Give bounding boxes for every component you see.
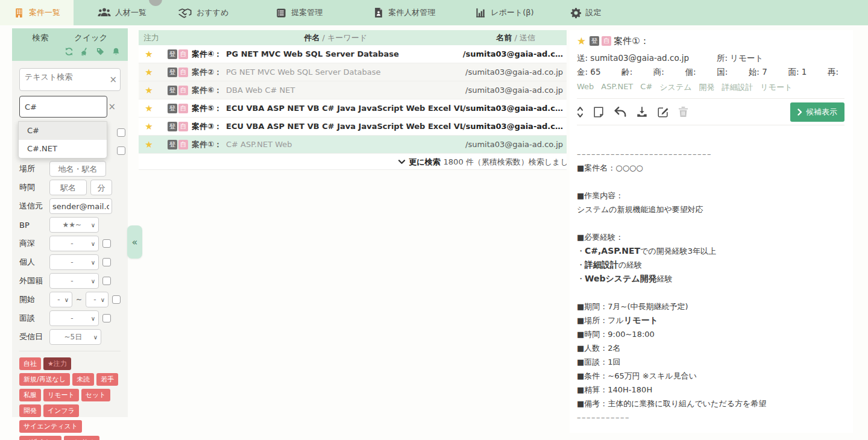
column-subject: 件名 / キーワード — [175, 33, 496, 43]
reply-icon[interactable] — [614, 106, 627, 118]
interview-checkbox[interactable] — [102, 314, 111, 322]
case-label: 案件①： — [192, 139, 222, 150]
detail-meta-row1: 送: sumita03@gaia-ad.co.jp 所: リモート — [577, 53, 844, 64]
skill-search-input[interactable] — [19, 96, 107, 118]
filter-tag[interactable]: ★注力 — [43, 357, 71, 370]
foreign-checkbox[interactable] — [102, 277, 111, 285]
table-row[interactable]: ★登自案件⑥：DBA Web C# NET/sumita03@gaia-ad.c… — [139, 81, 567, 99]
filter-tag[interactable]: インフラ — [43, 404, 79, 417]
table-row[interactable]: ★登自案件②：PG NET MVC Web SQL Server Databas… — [139, 63, 567, 81]
start-to-select[interactable]: - ∨ — [86, 292, 108, 307]
tag-icon[interactable] — [96, 47, 105, 56]
table-row[interactable]: ★登自案件⑤：ECU VBA ASP NET VB C# Java JavaSc… — [139, 99, 567, 118]
tab-report[interactable]: レポート(β) — [462, 0, 547, 25]
detail-toolbar: 候補表示 — [577, 99, 844, 125]
stepper-icon[interactable] — [577, 105, 583, 119]
edit-icon[interactable] — [657, 106, 669, 118]
star-icon[interactable]: ★ — [139, 139, 159, 150]
star-icon[interactable]: ★ — [139, 121, 159, 132]
subject-text: ECU VBA ASP NET VB C# Java JavaScript We… — [226, 122, 463, 131]
filter-tag[interactable]: セット — [81, 389, 110, 401]
flow-checkbox[interactable] — [102, 239, 111, 248]
dropdown-option[interactable]: C# — [19, 122, 107, 140]
hidden-filter-checkbox[interactable] — [117, 146, 125, 155]
place-input[interactable] — [49, 161, 106, 177]
personal-checkbox[interactable] — [102, 258, 111, 266]
show-candidates-button[interactable]: 候補表示 — [790, 102, 844, 122]
filter-tag[interactable]: 私服 — [19, 389, 41, 401]
filter-tag[interactable]: 若手 — [96, 373, 118, 386]
sidebar-tab-search[interactable]: 検索 — [32, 33, 48, 43]
filter-tag[interactable]: コンサル — [64, 436, 99, 440]
start-checkbox[interactable] — [112, 295, 121, 304]
received-select[interactable]: ~5日 ∨ — [49, 329, 101, 345]
load-more-label: 更に検索 — [409, 157, 440, 168]
minutes-input[interactable] — [90, 180, 112, 195]
close-icon[interactable]: × — [109, 74, 117, 85]
detail-title: 案件①： — [614, 36, 649, 47]
row-badges: 登自 — [168, 122, 188, 131]
tab-label: レポート(β) — [491, 7, 533, 18]
own-badge: 自 — [602, 36, 611, 46]
filter-tag[interactable]: デザイナー — [19, 436, 61, 440]
tab-anken-list[interactable]: 案件一覧 — [0, 0, 74, 25]
tab-teian-kanri[interactable]: 提案管理 — [262, 0, 336, 25]
note-icon[interactable] — [593, 106, 605, 118]
text-segment: ■時間：9:00~18:00 — [577, 330, 655, 339]
refresh-icon[interactable] — [64, 47, 74, 56]
sidebar-collapse-button[interactable]: « — [127, 225, 142, 259]
filter-label: BP — [19, 221, 46, 230]
bp-select[interactable]: ★★~ ∨ — [49, 217, 99, 233]
table-row[interactable]: ★登自案件①：C# ASP.NET Web/sumita03@gaia-ad.c… — [139, 136, 567, 154]
chevron-down-icon: ∨ — [101, 297, 105, 303]
text-search-input[interactable] — [19, 68, 121, 91]
column-subject-sub: / キーワード — [319, 33, 367, 42]
filter-tag[interactable]: 開発 — [19, 404, 41, 417]
bell-icon[interactable] — [112, 47, 121, 56]
close-icon[interactable]: × — [108, 101, 116, 112]
star-icon[interactable]: ★ — [139, 49, 159, 60]
download-icon[interactable] — [636, 106, 648, 118]
filter-tag[interactable]: サイエンティスト — [19, 420, 82, 433]
sidebar-tab-quick[interactable]: クイック — [74, 33, 107, 43]
text-segment: ■備考：主体的に業務に取り組んでいただる方を希望 — [577, 399, 766, 408]
keyword-tag: 開発 — [699, 82, 715, 93]
subject-text: PG NET MVC Web SQL Server Database — [226, 49, 463, 58]
table-row[interactable]: ★登自案件④：PG NET MVC Web SQL Server Databas… — [139, 45, 567, 63]
broom-icon[interactable] — [80, 47, 89, 56]
table-row[interactable]: ★登自案件③：ECU VBA ASP NET VB C# Java JavaSc… — [139, 118, 567, 136]
tab-anken-jinzai-kanri[interactable]: 案件人材管理 — [360, 0, 448, 25]
filter-tag[interactable]: 自社 — [19, 357, 41, 370]
star-icon[interactable]: ★ — [577, 35, 586, 47]
tilde-separator: ~ — [76, 295, 82, 304]
personal-select[interactable]: - ∨ — [49, 254, 99, 270]
load-more-button[interactable]: 更に検索 1800 件（累積検索数）検索しました — [398, 154, 567, 170]
filter-label: 開始 — [19, 294, 46, 305]
star-icon[interactable]: ★ — [139, 103, 159, 114]
filter-tag[interactable]: 新規/再送なし — [19, 373, 70, 386]
top-nav: 案件一覧人材一覧おすすめ提案管理案件人材管理レポート(β)設定 — [0, 0, 868, 25]
interview-select[interactable]: - ∨ — [49, 310, 99, 326]
detail-line: ■精算：140H-180H — [577, 383, 848, 397]
start-from-select[interactable]: - ∨ — [49, 292, 72, 307]
filter-tag[interactable]: リモート — [43, 389, 79, 401]
tab-label: 案件人材管理 — [388, 7, 435, 18]
station-input[interactable] — [49, 180, 87, 195]
handshake-icon — [178, 7, 192, 19]
column-name-sub: / 送信 — [512, 33, 535, 42]
dropdown-option[interactable]: C#.NET — [19, 140, 107, 158]
filter-tag[interactable]: 未読 — [72, 373, 94, 386]
tab-jinzai-list[interactable]: 人材一覧 — [84, 0, 160, 25]
flow-select[interactable]: - ∨ — [49, 236, 99, 251]
detail-line: –––––––––––––––––––––––––––– — [577, 147, 848, 161]
star-icon[interactable]: ★ — [139, 85, 159, 96]
text-segment: 経験 — [657, 274, 673, 283]
hidden-filter-checkbox[interactable] — [117, 128, 125, 137]
foreign-select[interactable]: - ∨ — [49, 273, 99, 289]
star-icon[interactable]: ★ — [139, 67, 159, 78]
tab-settei[interactable]: 設定 — [557, 0, 615, 25]
filter-label: 商深 — [19, 238, 46, 249]
sender-input[interactable] — [49, 198, 112, 214]
tab-osusume[interactable]: おすすめ — [165, 0, 242, 25]
detail-line: ■面談：1回 — [577, 355, 848, 369]
